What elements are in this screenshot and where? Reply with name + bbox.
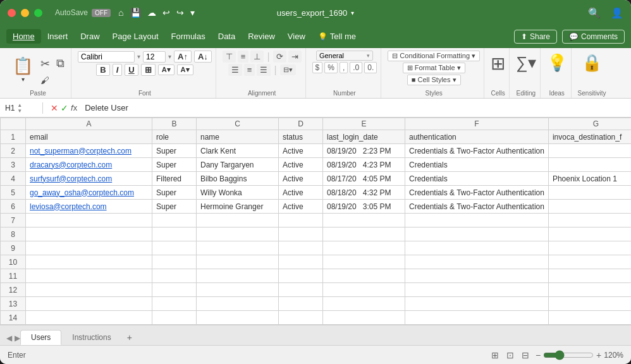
- col-header-d[interactable]: D: [279, 118, 323, 130]
- cell-d1[interactable]: status: [279, 130, 323, 144]
- font-size-input[interactable]: [143, 51, 166, 63]
- currency-button[interactable]: $: [312, 62, 323, 73]
- cell-d3[interactable]: Active: [279, 158, 323, 172]
- normal-view-button[interactable]: ⊞: [490, 349, 500, 361]
- menu-insert[interactable]: Insert: [41, 29, 75, 44]
- cell-c3[interactable]: Dany Targaryen: [197, 158, 279, 172]
- cell-e3[interactable]: 08/19/20 4:23 PM: [323, 158, 405, 172]
- email-link-a3[interactable]: dracarys@corptech.com: [30, 161, 112, 169]
- cell-e4[interactable]: 08/17/20 4:05 PM: [323, 172, 405, 186]
- text-direction-button[interactable]: ⟳: [273, 51, 286, 63]
- cell-d2[interactable]: Active: [279, 144, 323, 158]
- conditional-formatting-button[interactable]: ⊟ Conditional Formatting ▾: [388, 51, 480, 61]
- cell-e2[interactable]: 08/19/20 2:23 PM: [323, 144, 405, 158]
- cell-a5[interactable]: go_away_osha@corptech.com: [26, 186, 152, 200]
- menu-draw[interactable]: Draw: [74, 29, 106, 44]
- minimize-button[interactable]: [21, 9, 29, 17]
- menu-formulas[interactable]: Formulas: [165, 29, 212, 44]
- zoom-minus-icon[interactable]: −: [536, 350, 541, 360]
- format-painter-button[interactable]: 🖌: [38, 74, 52, 87]
- cell-b5[interactable]: Super: [152, 186, 197, 200]
- indent-button[interactable]: ⇥: [288, 51, 302, 63]
- autosave-toggle[interactable]: OFF: [92, 9, 111, 17]
- cell-ref-value[interactable]: H1: [5, 104, 15, 112]
- decrease-font-button[interactable]: A↓: [194, 51, 212, 63]
- dropdown-icon[interactable]: ▾: [190, 8, 195, 18]
- cell-c6[interactable]: Hermoine Granger: [197, 200, 279, 214]
- cell-a3[interactable]: dracarys@corptech.com: [26, 158, 152, 172]
- cell-d4[interactable]: Active: [279, 172, 323, 186]
- menu-home[interactable]: Home: [6, 29, 41, 44]
- save-icon[interactable]: 💾: [130, 8, 141, 18]
- cell-a4[interactable]: surfysurf@corptech.com: [26, 172, 152, 186]
- cell-e5[interactable]: 08/18/20 4:32 PM: [323, 186, 405, 200]
- cell-b1[interactable]: role: [152, 130, 197, 144]
- col-header-a[interactable]: A: [26, 118, 152, 130]
- email-link-a5[interactable]: go_away_osha@corptech.com: [30, 188, 134, 197]
- zoom-plus-icon[interactable]: +: [596, 350, 601, 360]
- cell-a7[interactable]: [26, 214, 152, 228]
- redo-icon[interactable]: ↪: [176, 8, 184, 18]
- cloud-icon[interactable]: ☁: [147, 8, 156, 18]
- page-layout-view-button[interactable]: ⊡: [505, 349, 515, 361]
- percent-button[interactable]: %: [324, 62, 338, 73]
- insert-function-button[interactable]: fx: [71, 103, 77, 112]
- align-right-button[interactable]: ☰: [257, 64, 271, 76]
- confirm-formula-button[interactable]: ✓: [61, 103, 68, 113]
- comma-button[interactable]: ,: [340, 62, 348, 73]
- copy-button[interactable]: ⧉: [54, 56, 67, 71]
- home-icon[interactable]: ⌂: [118, 8, 123, 18]
- align-center-button[interactable]: ≡: [244, 64, 255, 76]
- cell-f3[interactable]: Credentials: [405, 158, 549, 172]
- cell-b4[interactable]: Filtered: [152, 172, 197, 186]
- col-header-b[interactable]: B: [152, 118, 197, 130]
- cell-a2[interactable]: not_superman@corptech.com: [26, 144, 152, 158]
- tab-prev-button[interactable]: ◀: [6, 334, 12, 343]
- col-header-g[interactable]: G: [548, 118, 631, 130]
- zoom-percentage[interactable]: 120%: [604, 351, 623, 360]
- increase-decimal-button[interactable]: .0: [350, 62, 362, 73]
- cell-g4[interactable]: Phoenix Location 1: [548, 172, 631, 186]
- menu-tell-me[interactable]: 💡Tell me: [312, 29, 362, 44]
- cell-g6[interactable]: [548, 200, 631, 214]
- col-header-f[interactable]: F: [405, 118, 549, 130]
- paste-button[interactable]: 📋 ▾: [9, 54, 37, 85]
- tab-users[interactable]: Users: [20, 330, 61, 345]
- tab-next-button[interactable]: ▶: [15, 334, 20, 343]
- cell-b6[interactable]: Super: [152, 200, 197, 214]
- tab-instructions[interactable]: Instructions: [61, 330, 121, 345]
- italic-button[interactable]: I: [113, 64, 123, 76]
- cell-a6[interactable]: leviosa@corptech.com: [26, 200, 152, 214]
- comments-button[interactable]: 💬 Comments: [562, 30, 625, 44]
- cell-g5[interactable]: [548, 186, 631, 200]
- cell-d5[interactable]: Active: [279, 186, 323, 200]
- cell-a1[interactable]: email: [26, 130, 152, 144]
- search-icon[interactable]: 🔍: [588, 7, 601, 19]
- cell-e6[interactable]: 08/19/20 3:05 PM: [323, 200, 405, 214]
- align-bottom-button[interactable]: ⊥: [250, 51, 264, 63]
- cell-c1[interactable]: name: [197, 130, 279, 144]
- share-button[interactable]: ⬆ Share: [514, 30, 557, 44]
- increase-font-button[interactable]: A↑: [174, 51, 192, 63]
- cell-c4[interactable]: Bilbo Baggins: [197, 172, 279, 186]
- email-link-a2[interactable]: not_superman@corptech.com: [30, 147, 132, 155]
- cell-styles-button[interactable]: ■ Cell Styles ▾: [407, 75, 461, 85]
- cell-b2[interactable]: Super: [152, 144, 197, 158]
- col-header-c[interactable]: C: [197, 118, 279, 130]
- add-sheet-button[interactable]: +: [122, 330, 137, 345]
- cut-button[interactable]: ✂: [38, 56, 52, 72]
- border-button[interactable]: ⊞: [141, 64, 156, 76]
- cell-c5[interactable]: Willy Wonka: [197, 186, 279, 200]
- align-left-button[interactable]: ☰: [228, 64, 242, 76]
- undo-icon[interactable]: ↩: [162, 8, 170, 18]
- merge-button[interactable]: ⊟▾: [280, 64, 296, 75]
- cell-g3[interactable]: [548, 158, 631, 172]
- fill-color-button[interactable]: A▾: [158, 64, 175, 75]
- cell-g2[interactable]: [548, 144, 631, 158]
- bold-button[interactable]: B: [96, 64, 109, 76]
- zoom-slider[interactable]: [543, 350, 594, 360]
- cell-c2[interactable]: Clark Kent: [197, 144, 279, 158]
- page-break-view-button[interactable]: ⊟: [520, 349, 530, 361]
- menu-view[interactable]: View: [281, 29, 312, 44]
- cell-f1[interactable]: authentication: [405, 130, 549, 144]
